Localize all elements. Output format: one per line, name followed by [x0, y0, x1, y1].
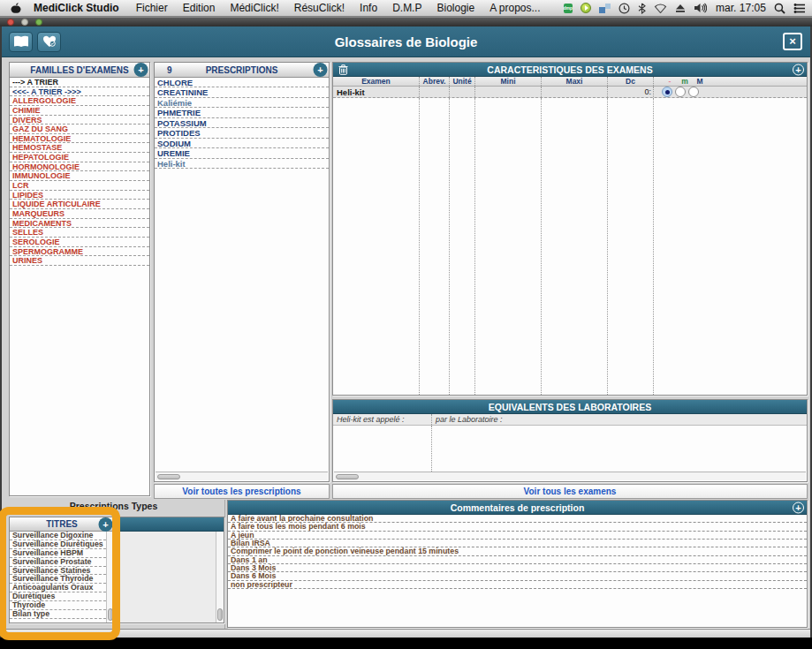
famille-item[interactable]: GAZ DU SANG [10, 125, 149, 134]
famille-item[interactable]: HEMOSTASE [10, 143, 149, 153]
prescription-item[interactable]: PHMETRIE [155, 108, 329, 117]
types-detail-vscrollbar[interactable] [216, 532, 224, 623]
titre-item[interactable]: Surveillance Digoxine [10, 532, 106, 540]
famille-item[interactable]: ALLERGOLOGIE [10, 96, 149, 106]
scroll-thumb[interactable] [157, 474, 180, 479]
titre-item[interactable]: Surveillance HBPM [10, 549, 106, 558]
add-examen-button[interactable]: + [793, 64, 804, 75]
traffic-minimize-button[interactable] [21, 19, 28, 26]
commentaire-item[interactable]: A faire avant la prochaine consultation [228, 515, 807, 523]
examen-table-row[interactable]: Heli-kit 0: [333, 87, 807, 98]
dmp-status-icon[interactable]: dmp [564, 4, 573, 13]
titre-item[interactable]: Thyroide [10, 601, 106, 610]
famille-item[interactable]: <<<- A TRIER ->>> [10, 87, 149, 97]
titre-item[interactable]: Surveillance Thyroide [10, 575, 106, 584]
add-prescription-button[interactable]: + [315, 64, 326, 76]
titre-item[interactable]: Surveillance Prostate [10, 558, 106, 567]
famille-item[interactable]: LIPIDES [10, 191, 149, 200]
commentaires-panel: Commentaires de prescription + A faire a… [227, 500, 808, 628]
radio-m[interactable] [675, 87, 686, 97]
menu-item-fichier[interactable]: Fichier [136, 2, 168, 14]
menu-item-dmp[interactable]: D.M.P [392, 2, 421, 14]
famille-item[interactable]: HEMATOLOGIE [10, 134, 149, 144]
menu-item-app[interactable]: MediClick Studio [34, 2, 119, 14]
menu-item-info[interactable]: Info [360, 2, 377, 14]
notification-center-icon[interactable] [793, 0, 806, 17]
famille-item[interactable]: SPERMOGRAMME [10, 247, 149, 257]
famille-item[interactable]: HORMONOLOGIE [10, 162, 149, 172]
famille-item[interactable]: IMMUNOLOGIE [10, 171, 149, 181]
scroll-thumb[interactable] [217, 608, 223, 621]
add-commentaire-button[interactable]: + [793, 502, 804, 513]
commentaire-item[interactable]: non prescripteur [228, 581, 807, 589]
voir-prescriptions-link[interactable]: Voir toutes les prescriptions [154, 484, 330, 499]
abrev-cell [420, 87, 450, 97]
glossary-book-button[interactable] [9, 32, 33, 52]
menu-item-mediclick[interactable]: MédiClick! [230, 2, 278, 14]
famille-item[interactable]: SELLES [10, 228, 149, 238]
famille-item[interactable]: MEDICAMENTS [10, 219, 149, 229]
scroll-thumb[interactable] [336, 474, 359, 479]
bluetooth-icon[interactable] [638, 0, 646, 17]
add-famille-button[interactable]: + [135, 64, 147, 76]
radio-M[interactable] [688, 87, 699, 97]
time-machine-icon[interactable] [618, 0, 630, 17]
prescription-item[interactable]: POTASSIUM [155, 118, 329, 128]
famille-item[interactable]: LCR [10, 181, 149, 191]
prescription-item[interactable]: CREATININE [155, 87, 329, 97]
traffic-close-button[interactable] [7, 19, 14, 26]
famille-item[interactable]: CHIMIE [10, 106, 149, 116]
commentaire-item[interactable]: Dans 6 Mois [228, 572, 807, 580]
wifi-icon[interactable] [654, 0, 667, 17]
prescriptions-hscrollbar[interactable] [156, 472, 328, 480]
close-icon[interactable]: × [783, 33, 802, 50]
famille-item[interactable]: URINES [10, 256, 149, 266]
prescription-item[interactable]: SODIUM [155, 139, 329, 148]
apple-menu-icon[interactable] [11, 2, 21, 14]
famille-item[interactable]: MARQUEURS [10, 209, 149, 219]
titre-item[interactable]: Anticoagulants Oraux [10, 584, 106, 592]
favorites-heart-button[interactable] [37, 32, 61, 52]
window-titlebar[interactable] [0, 17, 812, 26]
prescription-item[interactable]: UREMIE [155, 148, 329, 158]
add-titre-button[interactable]: + [100, 518, 111, 530]
scroll-thumb[interactable] [108, 608, 113, 621]
trash-icon[interactable] [338, 64, 348, 75]
titres-vscrollbar[interactable] [106, 532, 114, 623]
display-status-icon[interactable] [599, 0, 611, 17]
prescription-item[interactable]: Heli-kit [155, 159, 329, 169]
volume-icon[interactable] [694, 0, 707, 17]
traffic-zoom-button[interactable] [35, 19, 42, 26]
types-detail-body [120, 532, 224, 623]
famille-item[interactable]: LIQUIDE ARTICULAIRE [10, 200, 149, 209]
commentaire-item[interactable]: A faire tous les mois pendant 6 mois [228, 523, 807, 531]
famille-item[interactable]: HEPATOLOGIE [10, 153, 149, 162]
titre-item[interactable]: Surveillance Statines [10, 567, 106, 576]
commentaire-item[interactable]: Comprimer le point de ponction veineuse … [228, 547, 807, 555]
menu-item-resuclick[interactable]: RésuClick! [294, 2, 345, 14]
famille-item[interactable]: SEROLOGIE [10, 238, 149, 247]
menu-clock[interactable]: mar. 17:05 [716, 2, 766, 14]
eject-icon[interactable] [675, 0, 686, 17]
titre-item[interactable]: Surveillance Diurétiques [10, 540, 106, 549]
famille-item[interactable]: ---> A TRIER [10, 78, 149, 87]
titre-item[interactable]: Bilan type [10, 610, 106, 619]
menu-item-edition[interactable]: Edition [183, 2, 216, 14]
unite-cell [450, 87, 475, 97]
prescription-item[interactable]: CHLORE [155, 78, 329, 87]
commentaire-item[interactable]: A jeun [228, 532, 807, 540]
voir-examens-link[interactable]: Voir tous les examens [332, 484, 808, 499]
play-status-icon[interactable] [581, 0, 591, 17]
famille-item[interactable]: DIVERS [10, 116, 149, 125]
commentaire-item[interactable]: Dans 1 an [228, 556, 807, 564]
radio-selected[interactable] [662, 87, 672, 97]
menu-item-biologie[interactable]: Biologie [436, 2, 474, 14]
commentaire-item[interactable]: Dans 3 Mois [228, 564, 807, 572]
equivalents-hscrollbar[interactable] [334, 472, 806, 480]
menu-item-apropos[interactable]: A propos... [489, 2, 540, 14]
prescription-item[interactable]: PROTIDES [155, 128, 329, 138]
spotlight-search-icon[interactable] [774, 0, 785, 17]
prescription-item[interactable]: Kaliémie [155, 98, 329, 108]
titre-item[interactable]: Diurétiques [10, 592, 106, 601]
commentaire-item[interactable]: Bilan IRSA [228, 540, 807, 547]
